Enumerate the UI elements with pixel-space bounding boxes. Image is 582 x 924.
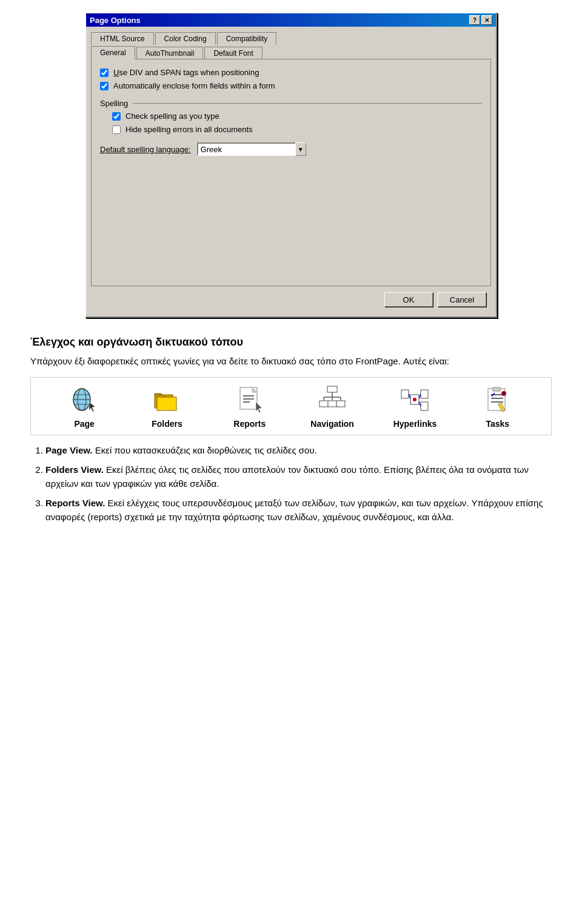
tab-compatibility[interactable]: Compatibility — [217, 32, 277, 45]
view-folders[interactable]: Folders — [142, 384, 191, 429]
view-page[interactable]: Page — [60, 384, 109, 429]
tab-default-font[interactable]: Default Font — [204, 47, 262, 59]
checkbox-enclose-form-label: Automatically enclose form fields within… — [113, 81, 275, 90]
list-item-2: Folders View. Εκεί βλέπεις όλες τις σελί… — [45, 463, 552, 490]
folders-icon — [151, 384, 182, 415]
checkbox-div-span-input[interactable] — [100, 69, 109, 77]
page-heading: Έλεγχος και οργάνωση δικτυακού τόπου — [30, 336, 552, 349]
view-page-label: Page — [74, 419, 94, 429]
list-item-3-text: Εκεί ελέγχεις τους υπερσυνδέσμους μεταξύ… — [45, 498, 543, 522]
checkbox-hide-spelling-label: Hide spelling errors in all documents — [125, 125, 253, 134]
view-hyperlinks[interactable]: Hyperlinks — [390, 384, 439, 429]
svg-rect-7 — [157, 397, 176, 410]
svg-marker-5 — [89, 402, 95, 412]
page-icon — [69, 384, 100, 415]
spelling-options: Check spelling as you type Hide spelling… — [100, 112, 482, 134]
checkbox-check-spelling: Check spelling as you type — [112, 112, 482, 121]
checkbox-hide-spelling: Hide spelling errors in all documents — [112, 125, 482, 134]
svg-rect-32 — [493, 387, 500, 391]
language-label: Default spelling language: — [100, 145, 191, 154]
body-section: Έλεγχος και οργάνωση δικτυακού τόπου Υπά… — [24, 336, 558, 524]
view-navigation[interactable]: Navigation — [308, 384, 356, 429]
cancel-button[interactable]: Cancel — [438, 292, 486, 307]
tab-autothumbnail[interactable]: AutoThumbnail — [136, 47, 204, 59]
list-item-2-bold: Folders View. — [45, 464, 104, 475]
view-hyperlinks-label: Hyperlinks — [393, 419, 437, 429]
tabs-row-1: HTML Source Color Coding Compatibility — [91, 32, 491, 44]
checkbox-div-span: Use DIV and SPAN tags when positioning — [100, 68, 482, 77]
svg-point-30 — [413, 398, 416, 401]
svg-rect-26 — [421, 402, 428, 410]
view-tasks-label: Tasks — [486, 419, 509, 429]
close-button[interactable]: ✕ — [481, 15, 492, 25]
language-select-wrapper: Greek English (US) English (UK) French G… — [197, 142, 306, 156]
view-reports-label: Reports — [233, 419, 266, 429]
list-item-3: Reports View. Εκεί ελέγχεις τους υπερσυν… — [45, 497, 552, 524]
tabs-row-2: General AutoThumbnail Default Font — [91, 45, 491, 59]
reports-icon — [234, 384, 266, 415]
view-folders-label: Folders — [152, 419, 182, 429]
svg-rect-21 — [328, 401, 336, 407]
svg-rect-24 — [401, 390, 409, 398]
list-item-1-text: Εκεί που κατασκευάζεις και διορθώνεις τι… — [95, 445, 317, 455]
svg-rect-22 — [336, 401, 345, 407]
ok-button[interactable]: OK — [384, 292, 433, 307]
checkbox-check-spelling-input[interactable] — [112, 112, 121, 121]
list-item-1-bold: Page View. — [45, 445, 93, 455]
checkbox-check-spelling-label: Check spelling as you type — [125, 112, 219, 121]
view-tasks[interactable]: Tasks — [473, 384, 522, 429]
language-row: Default spelling language: Greek English… — [100, 142, 482, 156]
checkbox-enclose-form: Automatically enclose form fields within… — [100, 81, 482, 90]
svg-point-38 — [503, 392, 505, 395]
spelling-legend-label: Spelling — [100, 99, 128, 108]
list-item-3-bold: Reports View. — [45, 498, 105, 508]
list-item-1: Page View. Εκεί που κατασκευάζεις και δι… — [45, 444, 552, 458]
spelling-legend-row: Spelling — [100, 99, 482, 108]
dialog-buttons: OK Cancel — [91, 286, 491, 312]
hyperlinks-icon — [399, 384, 430, 415]
checkbox-div-span-label: Use DIV and SPAN tags when positioning — [113, 68, 259, 77]
spelling-group: Spelling Check spelling as you type Hide… — [100, 99, 482, 134]
views-toolbar: Page Folders — [30, 377, 552, 435]
dialog-titlebar: Page Options ? ✕ — [86, 13, 496, 27]
view-reports[interactable]: Reports — [226, 384, 274, 429]
dialog-wrapper: Page Options ? ✕ HTML Source Color Codin… — [24, 12, 558, 318]
tab-html-source[interactable]: HTML Source — [91, 32, 154, 45]
list-item-2-text: Εκεί βλέπεις όλες τις σελίδες που αποτελ… — [45, 464, 529, 489]
page-options-dialog: Page Options ? ✕ HTML Source Color Codin… — [85, 12, 497, 318]
view-navigation-label: Navigation — [310, 419, 354, 429]
checkbox-hide-spelling-input[interactable] — [112, 126, 121, 134]
navigation-icon — [316, 384, 348, 415]
checkbox-enclose-form-input[interactable] — [100, 82, 109, 90]
dialog-title: Page Options — [90, 16, 141, 25]
svg-marker-13 — [256, 402, 262, 413]
tab-panel-general: Use DIV and SPAN tags when positioning A… — [91, 59, 491, 286]
empty-space — [100, 156, 482, 277]
views-list: Page View. Εκεί που κατασκευάζεις και δι… — [30, 444, 552, 524]
tasks-icon — [482, 384, 513, 415]
svg-rect-20 — [319, 401, 328, 407]
tab-color-coding[interactable]: Color Coding — [155, 32, 216, 45]
titlebar-buttons: ? ✕ — [469, 15, 492, 25]
language-select[interactable]: Greek English (US) English (UK) French G… — [197, 142, 306, 156]
svg-rect-25 — [421, 390, 428, 398]
svg-rect-14 — [327, 386, 337, 392]
tab-general[interactable]: General — [91, 46, 135, 59]
help-button[interactable]: ? — [469, 15, 480, 25]
dialog-content: HTML Source Color Coding Compatibility G… — [86, 27, 496, 316]
intro-paragraph: Υπάρχουν έξι διαφορετικές οπτικές γωνίες… — [30, 355, 552, 369]
spelling-divider — [133, 103, 482, 104]
